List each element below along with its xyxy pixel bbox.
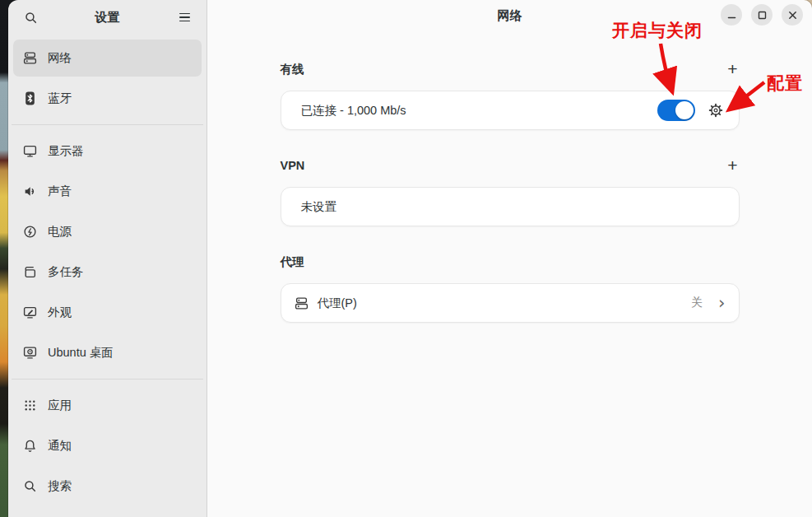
vpn-row: 未设置 [281, 187, 740, 226]
hamburger-icon [179, 13, 190, 15]
sidebar-item-multitasking[interactable]: 多任务 [13, 254, 202, 291]
close-icon [788, 11, 797, 20]
add-wired-connection-button[interactable]: + [726, 62, 739, 77]
search-icon [23, 479, 37, 493]
speaker-icon [23, 184, 37, 198]
sidebar-item-label: 网络 [48, 50, 72, 66]
search-icon [24, 11, 38, 25]
multitasking-icon [23, 265, 37, 279]
sidebar-item-appearance[interactable]: 外观 [13, 294, 202, 331]
sidebar-item-displays[interactable]: 显示器 [13, 133, 202, 170]
sidebar-item-apps[interactable]: 应用 [13, 387, 202, 424]
wired-status-label: 已连接 - 1,000 Mb/s [301, 103, 657, 119]
window-controls [721, 4, 803, 26]
minimize-icon [727, 11, 736, 20]
gear-icon [708, 102, 724, 119]
sidebar-item-label: 显示器 [48, 143, 84, 159]
sidebar-item-label: 蓝牙 [48, 91, 72, 106]
wired-toggle[interactable] [657, 100, 695, 121]
network-settings-content: 有线 + 已连接 - 1,000 Mb/s VPN + 未设置 代理 [281, 38, 740, 323]
sidebar-nav: 网络 蓝牙 显示器 声音 电源 多任务 [8, 35, 206, 508]
toggle-knob [675, 101, 694, 119]
wired-section-title: 有线 [281, 62, 304, 77]
network-proxy-icon [295, 296, 309, 310]
bluetooth-icon [23, 91, 37, 105]
ubuntu-desktop-icon [23, 346, 37, 360]
minimize-button[interactable] [721, 4, 742, 26]
sidebar-item-search[interactable]: 搜索 [13, 468, 202, 505]
display-icon [23, 144, 37, 158]
sidebar-item-notifications[interactable]: 通知 [13, 427, 202, 464]
sidebar-item-label: 声音 [48, 184, 72, 199]
sidebar-divider [12, 379, 203, 380]
add-vpn-button[interactable]: + [726, 158, 739, 173]
proxy-section-title: 代理 [281, 254, 304, 270]
sidebar: 设置 网络 蓝牙 显示器 声 [8, 0, 207, 517]
sidebar-item-ubuntu-desktop[interactable]: Ubuntu 桌面 [13, 334, 202, 371]
wired-section-header: 有线 + [281, 62, 740, 77]
proxy-section-header: 代理 [281, 254, 740, 269]
sidebar-item-label: 外观 [48, 305, 72, 320]
sidebar-item-label: 通知 [48, 438, 72, 454]
proxy-label: 代理(P) [318, 296, 683, 311]
sidebar-item-network[interactable]: 网络 [13, 40, 202, 77]
apps-grid-icon [23, 398, 37, 412]
sidebar-item-sound[interactable]: 声音 [13, 173, 202, 210]
appearance-icon [23, 305, 37, 319]
sidebar-item-bluetooth[interactable]: 蓝牙 [13, 80, 202, 117]
sidebar-item-label: 电源 [48, 224, 72, 240]
vpn-section-title: VPN [281, 159, 305, 172]
sidebar-item-label: 搜索 [48, 478, 72, 494]
power-icon [23, 225, 37, 239]
vpn-section-header: VPN + [281, 158, 740, 173]
maximize-icon [758, 11, 767, 20]
close-button[interactable] [782, 4, 803, 26]
main-panel: 网络 有线 + 已连接 - 1,000 Mb/s [207, 0, 812, 517]
sidebar-divider [12, 124, 203, 125]
wired-connection-row[interactable]: 已连接 - 1,000 Mb/s [281, 91, 740, 130]
sidebar-headerbar: 设置 [8, 0, 206, 35]
maximize-button[interactable] [751, 4, 773, 26]
sidebar-item-label: 多任务 [48, 264, 84, 280]
main-menu-button[interactable] [172, 5, 197, 30]
wired-settings-button[interactable] [706, 100, 726, 120]
network-wired-icon [23, 51, 37, 65]
sidebar-item-power[interactable]: 电源 [13, 213, 202, 250]
sidebar-item-label: 应用 [48, 398, 72, 413]
settings-window: 设置 网络 蓝牙 显示器 声 [8, 0, 812, 517]
proxy-row[interactable]: 代理(P) 关 › [281, 283, 740, 323]
chevron-right-icon[interactable]: › [718, 295, 725, 312]
sidebar-item-label: Ubuntu 桌面 [48, 345, 114, 361]
bell-icon [23, 439, 37, 453]
proxy-state-value: 关 [691, 296, 703, 310]
vpn-status-label: 未设置 [301, 199, 726, 215]
search-button[interactable] [18, 5, 43, 30]
main-headerbar: 网络 [207, 0, 812, 38]
